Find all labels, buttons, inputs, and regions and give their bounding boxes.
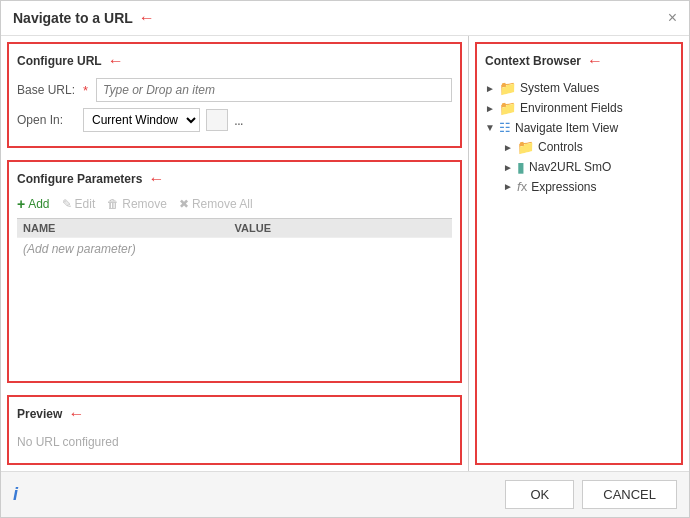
tree-label-environment-fields: Environment Fields <box>520 101 623 115</box>
tree-item-expressions[interactable]: ► fx Expressions <box>503 177 673 196</box>
dialog-title: Navigate to a URL ← <box>13 9 155 27</box>
tree-children-navigate-item-view: ► 📁 Controls ► ▮ Nav2URL SmO ► fx Expres… <box>485 137 673 196</box>
params-table-body: (Add new parameter) <box>17 237 452 317</box>
folder-icon-environment-fields: 📁 <box>499 100 516 116</box>
ok-button[interactable]: OK <box>505 480 574 509</box>
configure-url-arrow-icon: ← <box>108 52 124 70</box>
dialog-footer: i OK CANCEL <box>1 471 689 517</box>
toggle-navigate-item-view[interactable]: ▼ <box>485 122 499 133</box>
tree-label-controls: Controls <box>538 140 583 154</box>
params-toolbar: + Add ✎ Edit 🗑 Remove ✖ Remove All <box>17 196 452 212</box>
col-value-header: VALUE <box>235 222 447 234</box>
tree-item-environment-fields[interactable]: ► 📁 Environment Fields <box>485 98 673 118</box>
right-panel: Context Browser ← ► 📁 System Values ► 📁 … <box>469 36 689 471</box>
left-panel: Configure URL ← Base URL: * Open In: Cur… <box>1 36 469 471</box>
base-url-input[interactable] <box>96 78 452 102</box>
dialog: Navigate to a URL ← × Configure URL ← Ba… <box>0 0 690 518</box>
toggle-nav2url-smo[interactable]: ► <box>503 162 517 173</box>
params-table-header: NAME VALUE <box>17 218 452 237</box>
base-url-label: Base URL: <box>17 83 77 97</box>
open-in-select[interactable]: Current Window New Window New Tab <box>83 108 200 132</box>
edit-icon: ✎ <box>62 197 72 211</box>
remove-param-button[interactable]: 🗑 Remove <box>107 197 167 211</box>
col-name-header: NAME <box>23 222 235 234</box>
context-browser-title: Context Browser ← <box>485 52 673 70</box>
open-in-more-btn[interactable]: ... <box>234 112 243 128</box>
remove-all-icon: ✖ <box>179 197 189 211</box>
fx-icon-expressions: fx <box>517 179 527 194</box>
tree-item-nav2url-smo[interactable]: ► ▮ Nav2URL SmO <box>503 157 673 177</box>
tree-label-navigate-item-view: Navigate Item View <box>515 121 618 135</box>
add-param-button[interactable]: + Add <box>17 196 50 212</box>
context-browser-arrow-icon: ← <box>587 52 603 70</box>
title-arrow-icon: ← <box>139 9 155 27</box>
cancel-button[interactable]: CANCEL <box>582 480 677 509</box>
context-browser-section: Context Browser ← ► 📁 System Values ► 📁 … <box>475 42 683 465</box>
open-in-square-btn[interactable] <box>206 109 228 131</box>
preview-empty-text: No URL configured <box>17 431 452 449</box>
toggle-environment-fields[interactable]: ► <box>485 103 499 114</box>
configure-url-section: Configure URL ← Base URL: * Open In: Cur… <box>7 42 462 148</box>
tree-label-expressions: Expressions <box>531 180 596 194</box>
cube-icon-nav2url-smo: ▮ <box>517 159 525 175</box>
dialog-header: Navigate to a URL ← × <box>1 1 689 36</box>
configure-params-arrow-icon: ← <box>148 170 164 188</box>
configure-params-title: Configure Parameters ← <box>17 170 452 188</box>
title-text: Navigate to a URL <box>13 10 133 26</box>
info-icon: i <box>13 484 18 505</box>
remove-all-param-button[interactable]: ✖ Remove All <box>179 197 253 211</box>
trash-icon: 🗑 <box>107 197 119 211</box>
toggle-system-values[interactable]: ► <box>485 83 499 94</box>
preview-arrow-icon: ← <box>68 405 84 423</box>
open-in-row: Open In: Current Window New Window New T… <box>17 108 452 132</box>
configure-url-title: Configure URL ← <box>17 52 452 70</box>
close-button[interactable]: × <box>668 10 677 26</box>
toggle-expressions[interactable]: ► <box>503 181 517 192</box>
nav-icon-navigate-item-view: ☷ <box>499 120 511 135</box>
tree-item-controls[interactable]: ► 📁 Controls <box>503 137 673 157</box>
params-empty-hint: (Add new parameter) <box>23 242 136 256</box>
tree-item-navigate-item-view[interactable]: ▼ ☷ Navigate Item View <box>485 118 673 137</box>
dialog-body: Configure URL ← Base URL: * Open In: Cur… <box>1 36 689 471</box>
required-star: * <box>83 83 88 98</box>
open-in-label: Open In: <box>17 113 77 127</box>
configure-params-section: Configure Parameters ← + Add ✎ Edit 🗑 Re… <box>7 160 462 383</box>
tree-label-nav2url-smo: Nav2URL SmO <box>529 160 611 174</box>
preview-section: Preview ← No URL configured <box>7 395 462 465</box>
tree-item-system-values[interactable]: ► 📁 System Values <box>485 78 673 98</box>
folder-icon-system-values: 📁 <box>499 80 516 96</box>
footer-buttons: OK CANCEL <box>505 480 677 509</box>
tree-label-system-values: System Values <box>520 81 599 95</box>
folder-icon-controls: 📁 <box>517 139 534 155</box>
preview-title: Preview ← <box>17 405 452 423</box>
toggle-controls[interactable]: ► <box>503 142 517 153</box>
base-url-row: Base URL: * <box>17 78 452 102</box>
edit-param-button[interactable]: ✎ Edit <box>62 197 96 211</box>
add-icon: + <box>17 196 25 212</box>
